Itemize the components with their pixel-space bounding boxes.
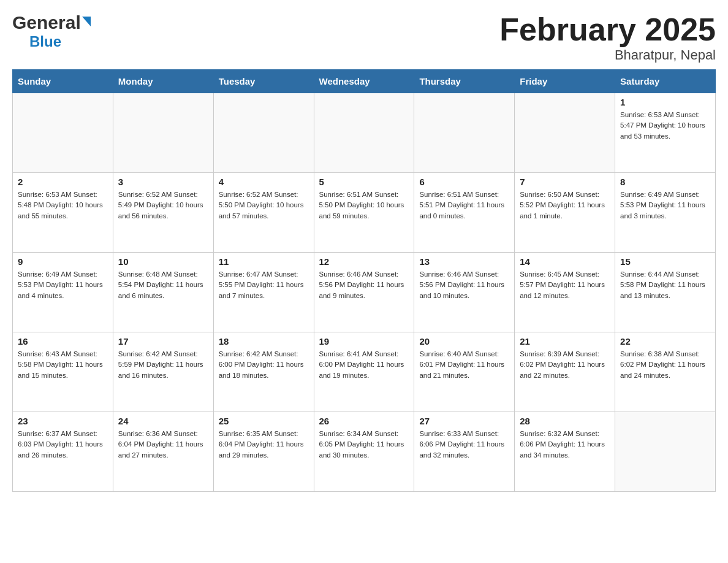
calendar-week-row: 1Sunrise: 6:53 AM Sunset: 5:47 PM Daylig… [13,93,716,173]
calendar-cell [213,93,314,173]
day-number: 26 [319,416,409,426]
day-info: Sunrise: 6:53 AM Sunset: 5:47 PM Dayligh… [620,110,710,142]
day-info: Sunrise: 6:51 AM Sunset: 5:51 PM Dayligh… [419,190,509,221]
header-tuesday: Tuesday [213,70,314,93]
day-number: 11 [219,256,309,267]
day-number: 4 [219,177,309,187]
calendar-cell: 10Sunrise: 6:48 AM Sunset: 5:54 PM Dayli… [113,253,213,332]
header-saturday: Saturday [615,70,716,93]
day-info: Sunrise: 6:41 AM Sunset: 6:00 PM Dayligh… [319,349,409,381]
calendar-cell: 28Sunrise: 6:32 AM Sunset: 6:06 PM Dayli… [515,412,615,492]
day-number: 2 [18,177,108,187]
day-number: 17 [118,336,208,347]
day-info: Sunrise: 6:36 AM Sunset: 6:04 PM Dayligh… [118,429,208,461]
calendar-cell [515,93,615,173]
calendar-cell: 15Sunrise: 6:44 AM Sunset: 5:58 PM Dayli… [615,253,716,332]
calendar-cell: 6Sunrise: 6:51 AM Sunset: 5:51 PM Daylig… [414,173,515,253]
page-header: General Blue February 2025 Bharatpur, Ne… [12,12,716,63]
calendar-cell: 17Sunrise: 6:42 AM Sunset: 5:59 PM Dayli… [113,332,213,412]
calendar-cell: 12Sunrise: 6:46 AM Sunset: 5:56 PM Dayli… [314,253,414,332]
day-number: 7 [520,177,610,187]
day-info: Sunrise: 6:51 AM Sunset: 5:50 PM Dayligh… [319,190,409,221]
day-number: 21 [520,336,610,347]
day-info: Sunrise: 6:33 AM Sunset: 6:06 PM Dayligh… [419,429,509,461]
day-info: Sunrise: 6:49 AM Sunset: 5:53 PM Dayligh… [18,269,108,301]
calendar-cell: 18Sunrise: 6:42 AM Sunset: 6:00 PM Dayli… [213,332,314,412]
day-info: Sunrise: 6:46 AM Sunset: 5:56 PM Dayligh… [319,269,409,301]
calendar-cell: 24Sunrise: 6:36 AM Sunset: 6:04 PM Dayli… [113,412,213,492]
day-info: Sunrise: 6:42 AM Sunset: 6:00 PM Dayligh… [219,349,309,381]
day-info: Sunrise: 6:53 AM Sunset: 5:48 PM Dayligh… [18,190,108,221]
day-number: 19 [319,336,409,347]
header-wednesday: Wednesday [314,70,414,93]
calendar-cell: 3Sunrise: 6:52 AM Sunset: 5:49 PM Daylig… [113,173,213,253]
calendar-cell: 14Sunrise: 6:45 AM Sunset: 5:57 PM Dayli… [515,253,615,332]
calendar-cell: 23Sunrise: 6:37 AM Sunset: 6:03 PM Dayli… [13,412,113,492]
day-number: 14 [520,256,610,267]
calendar-cell: 4Sunrise: 6:52 AM Sunset: 5:50 PM Daylig… [213,173,314,253]
logo: General Blue [12,12,91,50]
day-number: 10 [118,256,208,267]
header-thursday: Thursday [414,70,515,93]
calendar-table: Sunday Monday Tuesday Wednesday Thursday… [12,69,716,492]
day-info: Sunrise: 6:34 AM Sunset: 6:05 PM Dayligh… [319,429,409,461]
calendar-cell: 20Sunrise: 6:40 AM Sunset: 6:01 PM Dayli… [414,332,515,412]
day-info: Sunrise: 6:40 AM Sunset: 6:01 PM Dayligh… [419,349,509,381]
day-info: Sunrise: 6:44 AM Sunset: 5:58 PM Dayligh… [620,269,710,301]
day-number: 5 [319,177,409,187]
day-number: 27 [419,416,509,426]
day-info: Sunrise: 6:49 AM Sunset: 5:53 PM Dayligh… [620,190,710,221]
header-friday: Friday [515,70,615,93]
day-number: 9 [18,256,108,267]
calendar-cell [13,93,113,173]
day-number: 25 [219,416,309,426]
day-info: Sunrise: 6:37 AM Sunset: 6:03 PM Dayligh… [18,429,108,461]
calendar-header-row: Sunday Monday Tuesday Wednesday Thursday… [13,70,716,93]
day-number: 16 [18,336,108,347]
day-number: 28 [520,416,610,426]
calendar-cell: 2Sunrise: 6:53 AM Sunset: 5:48 PM Daylig… [13,173,113,253]
calendar-title-block: February 2025 Bharatpur, Nepal [499,12,716,63]
calendar-cell: 27Sunrise: 6:33 AM Sunset: 6:06 PM Dayli… [414,412,515,492]
calendar-week-row: 23Sunrise: 6:37 AM Sunset: 6:03 PM Dayli… [13,412,716,492]
day-number: 6 [419,177,509,187]
calendar-cell: 21Sunrise: 6:39 AM Sunset: 6:02 PM Dayli… [515,332,615,412]
calendar-cell [615,412,716,492]
day-number: 15 [620,256,710,267]
day-info: Sunrise: 6:39 AM Sunset: 6:02 PM Dayligh… [520,349,610,381]
calendar-cell: 5Sunrise: 6:51 AM Sunset: 5:50 PM Daylig… [314,173,414,253]
logo-general-text: General [12,12,81,33]
day-info: Sunrise: 6:46 AM Sunset: 5:56 PM Dayligh… [419,269,509,301]
calendar-cell [414,93,515,173]
day-number: 20 [419,336,509,347]
calendar-week-row: 2Sunrise: 6:53 AM Sunset: 5:48 PM Daylig… [13,173,716,253]
day-info: Sunrise: 6:52 AM Sunset: 5:50 PM Dayligh… [219,190,309,221]
calendar-cell: 13Sunrise: 6:46 AM Sunset: 5:56 PM Dayli… [414,253,515,332]
logo-arrow-icon [82,17,91,26]
calendar-cell: 11Sunrise: 6:47 AM Sunset: 5:55 PM Dayli… [213,253,314,332]
day-info: Sunrise: 6:32 AM Sunset: 6:06 PM Dayligh… [520,429,610,461]
day-number: 18 [219,336,309,347]
calendar-cell: 26Sunrise: 6:34 AM Sunset: 6:05 PM Dayli… [314,412,414,492]
day-info: Sunrise: 6:48 AM Sunset: 5:54 PM Dayligh… [118,269,208,301]
calendar-cell [314,93,414,173]
day-number: 12 [319,256,409,267]
day-info: Sunrise: 6:45 AM Sunset: 5:57 PM Dayligh… [520,269,610,301]
day-info: Sunrise: 6:43 AM Sunset: 5:58 PM Dayligh… [18,349,108,381]
calendar-cell: 19Sunrise: 6:41 AM Sunset: 6:00 PM Dayli… [314,332,414,412]
calendar-cell: 22Sunrise: 6:38 AM Sunset: 6:02 PM Dayli… [615,332,716,412]
day-number: 8 [620,177,710,187]
day-info: Sunrise: 6:47 AM Sunset: 5:55 PM Dayligh… [219,269,309,301]
calendar-week-row: 16Sunrise: 6:43 AM Sunset: 5:58 PM Dayli… [13,332,716,412]
calendar-cell: 8Sunrise: 6:49 AM Sunset: 5:53 PM Daylig… [615,173,716,253]
calendar-cell [113,93,213,173]
day-number: 23 [18,416,108,426]
header-monday: Monday [113,70,213,93]
calendar-cell: 9Sunrise: 6:49 AM Sunset: 5:53 PM Daylig… [13,253,113,332]
day-info: Sunrise: 6:50 AM Sunset: 5:52 PM Dayligh… [520,190,610,221]
day-info: Sunrise: 6:35 AM Sunset: 6:04 PM Dayligh… [219,429,309,461]
calendar-cell: 7Sunrise: 6:50 AM Sunset: 5:52 PM Daylig… [515,173,615,253]
day-number: 24 [118,416,208,426]
calendar-cell: 16Sunrise: 6:43 AM Sunset: 5:58 PM Dayli… [13,332,113,412]
day-number: 3 [118,177,208,187]
